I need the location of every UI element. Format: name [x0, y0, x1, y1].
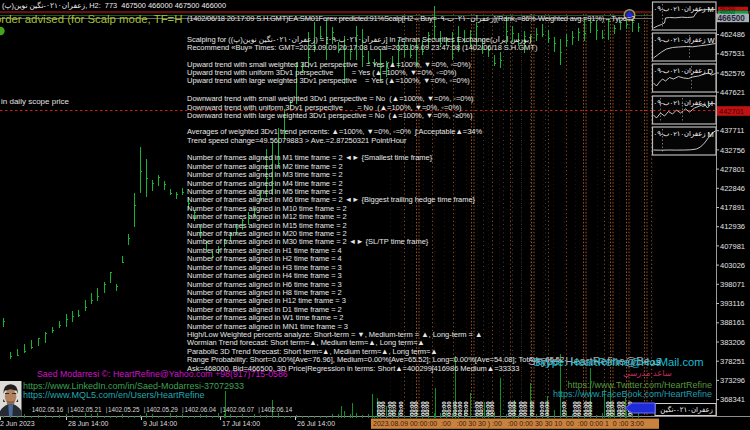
svg-text:M: M [708, 130, 714, 139]
svg-text:00:00: 00:00 [462, 401, 469, 416]
svg-text:زعفران۰۲۱۰ب-۰۹: زعفران۰۲۱۰ب-۰۹ [654, 99, 706, 107]
svg-text:00:00: 00:00 [608, 401, 615, 416]
svg-text:زعفران۰۲۱۰ب-۰۹: زعفران۰۲۱۰ب-۰۹ [654, 5, 706, 13]
svg-text:462486: 462486 [720, 30, 745, 39]
svg-text:442701: 442701 [719, 107, 744, 116]
svg-text:28 Jun 14:00: 28 Jun 14:00 [68, 420, 109, 427]
svg-text:00:00: 00:00 [423, 401, 430, 416]
svg-text:17 Jul 14:00: 17 Jul 14:00 [222, 420, 260, 427]
svg-text:زعفران۰۲۱۰ب-۰۹: زعفران۰۲۱۰ب-۰۹ [654, 130, 706, 138]
svg-text:393116: 393116 [720, 299, 744, 308]
svg-text:00:00: 00:00 [586, 401, 593, 416]
svg-text:زعفران۰۲۱۰-نگین: زعفران۰۲۱۰-نگین [660, 405, 713, 414]
svg-text:466500: 466500 [718, 14, 746, 23]
svg-text:زعفران۰۲۱۰ب-۰۹: زعفران۰۲۱۰ب-۰۹ [654, 36, 706, 44]
svg-text:W: W [708, 36, 716, 45]
svg-text:00:00: 00:00 [477, 401, 484, 416]
svg-text:417891: 417891 [720, 203, 745, 212]
svg-text:378251: 378251 [720, 357, 745, 366]
svg-text:437711: 437711 [720, 126, 744, 135]
svg-text:00:00: 00:00 [488, 401, 495, 416]
svg-text:00:00: 00:00 [397, 401, 404, 416]
svg-text:466000: 466000 [720, 10, 736, 15]
svg-text:زعفران۰۲۱۰ب-۰۹: زعفران۰۲۱۰ب-۰۹ [654, 67, 706, 75]
svg-text:00:00: 00:00 [390, 401, 397, 416]
svg-text:H: H [708, 99, 713, 108]
svg-text:383206: 383206 [720, 338, 745, 347]
svg-text:432756: 432756 [720, 146, 745, 155]
svg-text:427801: 427801 [720, 165, 745, 174]
svg-text:00:00: 00:00 [528, 401, 535, 416]
svg-text:457531: 457531 [720, 49, 745, 58]
svg-text:00:00: 00:00 [379, 401, 386, 416]
svg-text:2023.08.09 00:00:00 :00 :00: 2023.08.09 00:00:00 :00 :00 30 30 ) :00 … [373, 420, 644, 428]
svg-text:00:00: 00:00 [543, 401, 550, 416]
svg-text:388161: 388161 [720, 318, 745, 327]
svg-text:447621: 447621 [720, 88, 745, 97]
svg-text:2 Jun 2023: 2 Jun 2023 [0, 420, 35, 427]
svg-text:452576: 452576 [720, 69, 745, 78]
svg-text:M: M [708, 5, 714, 14]
svg-text:398071: 398071 [720, 280, 745, 289]
svg-text:422846: 422846 [720, 184, 745, 193]
svg-text:26 Jul 14:00: 26 Jul 14:00 [297, 420, 335, 427]
svg-text:403026: 403026 [720, 261, 745, 270]
svg-text:00:00: 00:00 [412, 401, 419, 416]
svg-text:412936: 412936 [720, 222, 745, 231]
svg-text:D: D [708, 67, 714, 76]
svg-text:407981: 407981 [720, 242, 745, 251]
svg-text:00:00: 00:00 [575, 401, 582, 416]
svg-text:9 Jul 14:00: 9 Jul 14:00 [143, 420, 177, 427]
svg-text:373296: 373296 [720, 376, 745, 385]
svg-text:00:00: 00:00 [510, 401, 517, 416]
svg-text:368341: 368341 [720, 395, 745, 404]
svg-text:00:00: 00:00 [521, 401, 528, 416]
svg-text:00:00: 00:00 [560, 401, 567, 416]
